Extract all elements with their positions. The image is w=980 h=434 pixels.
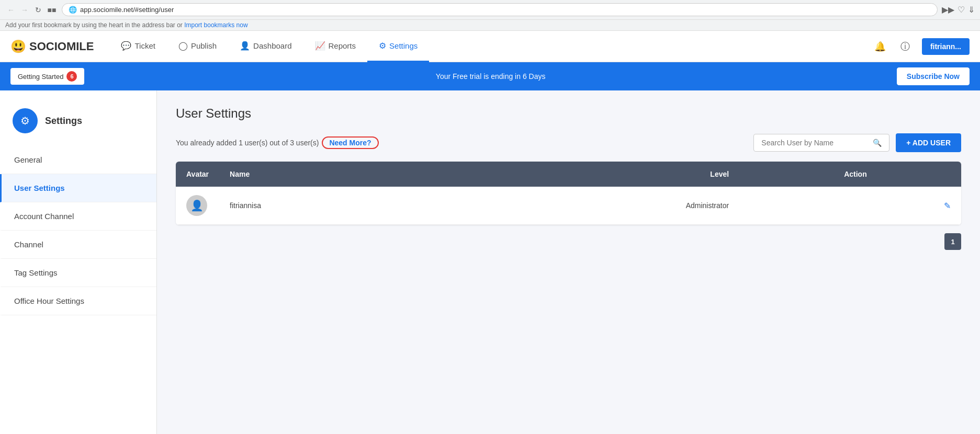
pagination: 1 <box>176 233 961 250</box>
bookmark-text: Add your first bookmark by using the hea… <box>5 21 183 29</box>
browser-chrome: ← → ↻ ■■ 🌐 ▶▶ ♡ ⇓ <box>0 0 980 20</box>
user-level-cell: Administrator <box>372 187 834 225</box>
sidebar-item-general[interactable]: General <box>0 146 156 174</box>
trial-text: Your Free trial is ending in 6 Days <box>436 72 546 81</box>
nav-item-ticket[interactable]: 💬 Ticket <box>109 31 166 62</box>
sidebar-item-account-channel[interactable]: Account Channel <box>0 202 156 231</box>
browser-action-buttons: ▶▶ ♡ ⇓ <box>942 5 975 15</box>
address-bar[interactable]: 🌐 <box>62 3 938 16</box>
browser-nav-buttons: ← → ↻ ■■ <box>5 4 58 16</box>
ticket-icon: 💬 <box>121 41 131 51</box>
sidebar-item-user-settings[interactable]: User Settings <box>0 174 156 202</box>
user-settings-toolbar: You already added 1 user(s) out of 3 use… <box>176 133 961 152</box>
trial-bar: Getting Started 6 Your Free trial is end… <box>0 62 980 90</box>
page-title: User Settings <box>176 106 961 121</box>
search-icon: 🔍 <box>873 139 882 147</box>
sidebar-title: Settings <box>45 116 82 127</box>
need-more-link[interactable]: Need More? <box>322 136 378 149</box>
getting-started-badge: 6 <box>66 71 77 82</box>
sidebar-general-label: General <box>14 155 42 164</box>
app-header: 😃 SOCIOMILE 💬 Ticket ◯ Publish 👤 Dashboa… <box>0 31 980 62</box>
getting-started-label: Getting Started <box>18 73 63 81</box>
user-count-text: You already added 1 user(s) out of 3 use… <box>176 139 319 147</box>
nav-item-publish[interactable]: ◯ Publish <box>167 31 228 62</box>
sidebar-item-office-hour-settings[interactable]: Office Hour Settings <box>0 287 156 315</box>
subscribe-now-button[interactable]: Subscribe Now <box>897 67 970 85</box>
sidebar-settings-icon: ⚙ <box>13 108 38 133</box>
user-account-button[interactable]: fitriann... <box>922 38 970 55</box>
col-avatar: Avatar <box>176 162 219 187</box>
add-user-button[interactable]: + ADD USER <box>896 133 961 152</box>
table-header-row: Avatar Name Level Action <box>176 162 961 187</box>
sidebar-channel-label: Channel <box>14 240 43 249</box>
user-name-cell: fitriannisa <box>219 187 372 225</box>
search-input[interactable] <box>761 139 869 147</box>
main-layout: ⚙ Settings General User Settings Account… <box>0 90 980 434</box>
logo[interactable]: 😃 SOCIOMILE <box>10 39 94 54</box>
nav-ticket-label: Ticket <box>134 41 155 50</box>
reports-icon: 📈 <box>315 41 325 51</box>
nav-dashboard-label: Dashboard <box>253 41 291 50</box>
page-number[interactable]: 1 <box>944 233 961 250</box>
header-actions: 🔔 ⓘ fitriann... <box>872 38 970 55</box>
getting-started-button[interactable]: Getting Started 6 <box>10 68 84 85</box>
nav-item-reports[interactable]: 📈 Reports <box>303 31 368 62</box>
help-button[interactable]: ⓘ <box>897 38 914 55</box>
sidebar-item-channel[interactable]: Channel <box>0 231 156 259</box>
sidebar: ⚙ Settings General User Settings Account… <box>0 90 157 434</box>
grid-button[interactable]: ■■ <box>46 4 58 16</box>
logo-text: SOCIOMILE <box>29 40 94 53</box>
sidebar-tag-settings-label: Tag Settings <box>14 268 58 277</box>
content-area: User Settings You already added 1 user(s… <box>157 90 980 434</box>
publish-icon: ◯ <box>178 41 188 51</box>
nav-reports-label: Reports <box>329 41 356 50</box>
nav-item-settings[interactable]: ⚙ Settings <box>367 31 429 62</box>
nav-item-dashboard[interactable]: 👤 Dashboard <box>228 31 303 62</box>
import-bookmarks-link[interactable]: Import bookmarks now <box>184 21 247 29</box>
heart-icon[interactable]: ♡ <box>958 5 965 15</box>
user-avatar: 👤 <box>186 195 207 216</box>
forward-button[interactable]: → <box>19 4 30 16</box>
col-name: Name <box>219 162 372 187</box>
logo-icon: 😃 <box>10 39 26 54</box>
avatar-icon: 👤 <box>190 199 204 212</box>
edit-user-icon[interactable]: ✎ <box>944 201 951 210</box>
toolbar-right: 🔍 + ADD USER <box>753 133 961 152</box>
url-input[interactable] <box>80 6 931 14</box>
user-count-section: You already added 1 user(s) out of 3 use… <box>176 136 379 149</box>
refresh-button[interactable]: ↻ <box>32 4 44 16</box>
search-box[interactable]: 🔍 <box>753 134 889 152</box>
user-action-cell: ✎ <box>833 187 961 225</box>
sidebar-user-settings-label: User Settings <box>14 184 65 192</box>
user-avatar-cell: 👤 <box>176 187 219 225</box>
sidebar-item-tag-settings[interactable]: Tag Settings <box>0 259 156 287</box>
user-name: fitriannisa <box>230 201 261 210</box>
gear-icon: ⚙ <box>20 115 30 127</box>
back-button[interactable]: ← <box>5 4 17 16</box>
sidebar-header: ⚙ Settings <box>0 101 156 146</box>
sidebar-account-channel-label: Account Channel <box>14 212 74 221</box>
download-icon[interactable]: ⇓ <box>968 5 975 15</box>
user-table: Avatar Name Level Action 👤 fitriannisa <box>176 162 961 225</box>
col-level: Level <box>372 162 834 187</box>
user-level: Administrator <box>686 201 729 210</box>
cast-icon[interactable]: ▶▶ <box>942 5 954 15</box>
notification-button[interactable]: 🔔 <box>872 38 888 55</box>
globe-icon: 🌐 <box>69 6 77 14</box>
bookmark-bar: Add your first bookmark by using the hea… <box>0 20 980 31</box>
col-action: Action <box>833 162 961 187</box>
nav-settings-label: Settings <box>389 41 418 50</box>
table-row: 👤 fitriannisa Administrator ✎ <box>176 187 961 225</box>
settings-icon: ⚙ <box>379 41 386 51</box>
dashboard-icon: 👤 <box>240 41 250 51</box>
nav-menu: 💬 Ticket ◯ Publish 👤 Dashboard 📈 Reports… <box>109 31 871 62</box>
nav-publish-label: Publish <box>191 41 217 50</box>
sidebar-office-hour-label: Office Hour Settings <box>14 296 84 305</box>
sidebar-nav: General User Settings Account Channel Ch… <box>0 146 156 315</box>
